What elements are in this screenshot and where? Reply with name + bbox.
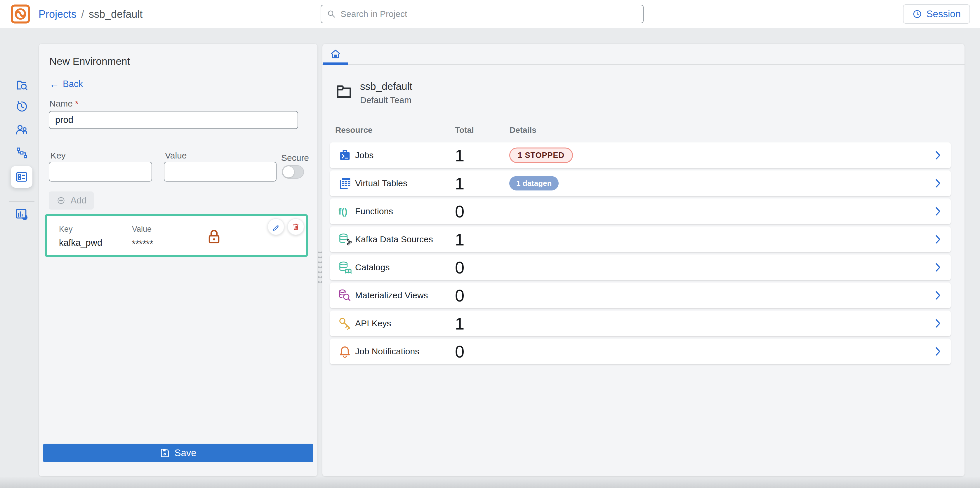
save-label: Save — [174, 447, 196, 458]
search-icon — [326, 9, 336, 19]
search-input[interactable] — [340, 9, 638, 19]
delete-env-var-button[interactable] — [287, 218, 304, 235]
resource-row[interactable]: Jobs 1 1 STOPPED — [330, 142, 951, 168]
flow-icon — [15, 146, 28, 159]
app-logo-icon[interactable] — [11, 4, 30, 24]
trash-icon — [291, 223, 300, 231]
resource-total: 1 — [455, 146, 464, 165]
clock-icon — [912, 9, 922, 19]
project-header: ssb_default Default Team — [336, 81, 412, 105]
kafka-icon — [338, 233, 352, 246]
required-marker: * — [75, 99, 78, 108]
back-arrow-icon: ← — [49, 79, 59, 89]
materialized-views-icon — [338, 289, 352, 302]
session-button[interactable]: Session — [903, 5, 970, 24]
column-total: Total — [455, 126, 474, 135]
project-explorer-icon — [15, 79, 28, 92]
key-field[interactable] — [49, 162, 152, 181]
env-var-card[interactable]: Key kafka_pwd Value ****** — [45, 214, 308, 257]
add-button[interactable]: Add — [49, 191, 94, 210]
secure-label: Secure — [281, 153, 309, 163]
catalogs-icon — [338, 261, 352, 274]
resource-label: Job Notifications — [355, 347, 419, 356]
resource-row[interactable]: Materialized Views 0 — [330, 283, 951, 308]
project-search — [321, 5, 644, 23]
resource-total: 1 — [455, 174, 464, 193]
session-label: Session — [927, 8, 961, 19]
secure-toggle[interactable] — [282, 165, 304, 179]
chevron-right-icon[interactable] — [932, 178, 944, 189]
resource-total: 0 — [455, 258, 464, 277]
resource-row[interactable]: Catalogs 0 — [330, 254, 951, 280]
resource-row[interactable]: Functions 0 — [330, 199, 951, 224]
env-var-value-label: Value — [132, 225, 151, 234]
sidebar-item-history[interactable] — [11, 96, 32, 117]
key-label: Key — [51, 151, 66, 161]
bottom-shadow — [0, 476, 980, 488]
edit-env-var-button[interactable] — [267, 218, 285, 235]
resource-total: 0 — [455, 342, 464, 361]
save-icon — [160, 448, 170, 458]
back-label: Back — [63, 79, 83, 89]
back-link[interactable]: ← Back — [49, 79, 83, 89]
chevron-right-icon[interactable] — [932, 346, 944, 357]
breadcrumb: Projects / ssb_default — [38, 0, 143, 28]
circle-plus-icon — [56, 195, 66, 206]
chevron-right-icon[interactable] — [932, 262, 944, 273]
resource-label: Jobs — [355, 150, 374, 160]
resource-label: Catalogs — [355, 262, 390, 272]
chevron-right-icon[interactable] — [932, 149, 944, 161]
panel-title: New Environment — [49, 56, 130, 67]
resource-total: 0 — [455, 202, 464, 221]
new-environment-panel: New Environment ← Back Name* Key Value S… — [39, 44, 317, 476]
resource-label: Virtual Tables — [355, 178, 407, 188]
jobs-icon — [338, 149, 352, 162]
chevron-right-icon[interactable] — [932, 234, 944, 245]
resource-label: Functions — [355, 207, 393, 216]
value-label: Value — [165, 151, 187, 161]
value-field[interactable] — [164, 162, 277, 181]
resource-label: Kafka Data Sources — [355, 234, 433, 244]
project-team: Default Team — [360, 95, 412, 105]
resource-total: 0 — [455, 286, 464, 305]
secure-toggle-knob — [283, 166, 294, 178]
api-keys-icon — [338, 317, 352, 330]
resource-row[interactable]: Job Notifications 0 — [330, 339, 951, 364]
sidebar-item-monitoring[interactable] — [11, 203, 32, 225]
resource-total: 1 — [455, 314, 464, 333]
home-icon — [330, 49, 341, 60]
pencil-icon — [272, 223, 280, 231]
sidebar-item-flow[interactable] — [11, 142, 32, 164]
panel-resize-handle[interactable] — [318, 250, 322, 285]
resource-row[interactable]: Virtual Tables 1 1 datagen — [330, 170, 951, 196]
save-button[interactable]: Save — [43, 443, 313, 462]
column-resource: Resource — [335, 126, 372, 135]
rail-divider — [9, 201, 35, 202]
breadcrumb-separator: / — [81, 8, 84, 21]
resource-row[interactable]: Kafka Data Sources 1 — [330, 226, 951, 252]
virtual-tables-icon — [338, 176, 352, 190]
detail-badge: 1 datagen — [509, 176, 558, 191]
resource-row[interactable]: API Keys 1 — [330, 310, 951, 336]
name-field[interactable] — [49, 111, 298, 129]
env-var-key-label: Key — [59, 225, 73, 234]
sidebar-item-project-explorer[interactable] — [11, 75, 32, 96]
chevron-right-icon[interactable] — [932, 318, 944, 329]
sidebar-item-environments[interactable] — [11, 166, 32, 188]
sidebar-item-teams[interactable] — [11, 119, 32, 141]
environments-icon — [15, 170, 28, 183]
name-label: Name* — [49, 99, 78, 108]
monitoring-icon — [15, 208, 28, 221]
tab-strip — [322, 44, 964, 65]
env-var-masked-value: ****** — [132, 239, 153, 249]
active-tab-underline — [323, 62, 348, 65]
breadcrumb-projects-link[interactable]: Projects — [38, 8, 76, 21]
functions-icon — [338, 205, 352, 218]
chevron-right-icon[interactable] — [932, 205, 944, 217]
app-header: Projects / ssb_default Session — [0, 0, 980, 28]
tab-home[interactable] — [323, 44, 348, 65]
teams-icon — [15, 124, 28, 136]
history-icon — [15, 100, 28, 113]
chevron-right-icon[interactable] — [932, 289, 944, 301]
resource-label: API Keys — [355, 318, 391, 328]
